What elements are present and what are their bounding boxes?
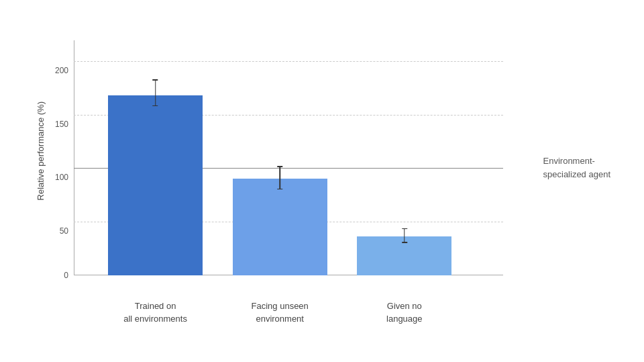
y-tick-label-150: 150 — [55, 120, 68, 129]
bar-rect-unseen-env — [233, 179, 327, 275]
chart-area: 050100150200Trained onall environmentsFa… — [74, 40, 503, 275]
x-label-trained-all: Trained onall environments — [108, 300, 203, 326]
y-tick-label-200: 200 — [55, 66, 68, 75]
y-axis-label: Relative performance (%) — [36, 101, 46, 200]
bar-unseen-env — [233, 179, 327, 275]
y-tick-label-100: 100 — [55, 173, 68, 182]
y-axis-line — [74, 40, 74, 275]
x-label-no-language: Given nolanguage — [357, 300, 451, 326]
y-axis-label-wrapper: Relative performance (%) — [34, 27, 47, 275]
bar-rect-trained-all — [108, 95, 203, 275]
chart-container: Relative performance (%) 050100150200Tra… — [34, 27, 610, 336]
error-bar-unseen-env — [279, 166, 280, 189]
error-bar-no-language — [404, 228, 405, 243]
x-label-unseen-env: Facing unseenenvironment — [233, 300, 327, 326]
grid-line-200 — [74, 61, 503, 62]
error-bar-trained-all — [155, 79, 156, 106]
bar-trained-all — [108, 95, 203, 275]
annotation-label: Environment-specialized agent — [543, 154, 610, 181]
bar-no-language — [357, 236, 451, 275]
y-tick-label-0: 0 — [64, 271, 68, 280]
y-tick-label-50: 50 — [60, 226, 68, 236]
